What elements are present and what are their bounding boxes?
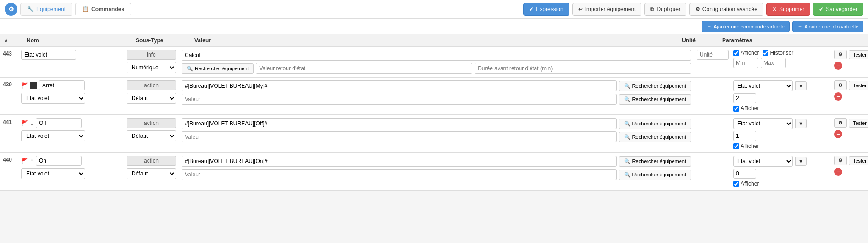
add-virtual-info-button[interactable]: ＋ Ajouter une info virtuelle [792,21,863,32]
expression-button[interactable]: ✔ Expression [523,3,569,16]
importer-button[interactable]: ↩ Importer équipement [572,3,642,16]
cmd-440-afficher-checkbox[interactable] [733,181,739,187]
sauvegarder-button[interactable]: ✔ Sauvegarder [813,3,863,16]
cmd-439-remove-btn[interactable]: − [834,92,842,101]
cmd-440-etatvolet-select-bottom[interactable]: Etat volet [21,168,85,179]
cmd-441-name-input[interactable] [36,118,82,128]
cmd-443-historiser-checkbox[interactable] [763,50,768,56]
cmd-443-value-top[interactable] [182,50,691,61]
cmd-443-retour-etat[interactable] [256,63,472,74]
supprimer-button[interactable]: ✕ Supprimer [766,3,810,16]
cmd-441-flag-icon: 🚩 [21,120,28,126]
cmd-439-search-equip-btn2[interactable]: 🔍 Rechercher équipement [619,94,691,105]
cmd-441-num-value[interactable] [733,131,756,141]
header-nom: Nom [27,37,132,44]
cmd-443-remove-btn[interactable]: − [834,62,842,70]
search-icon: 🔍 [187,66,193,72]
cmd-440-value-top[interactable] [182,156,617,167]
cmd-439-etat-select[interactable]: Etat volet [733,80,793,91]
cmd-440-search-equip-btn2[interactable]: 🔍 Rechercher équipement [619,170,691,180]
header-valeur: Valeur [194,37,678,44]
cmd-441-tester-btn[interactable]: Tester [849,119,868,128]
cmd-439-etat-dropdown-arrow[interactable]: ▼ [795,81,807,90]
cmd-441-remove-btn[interactable]: − [834,130,842,138]
delete-icon: ✕ [772,6,777,12]
cmd-441-search-equip-btn1[interactable]: 🔍 Rechercher équipement [619,119,691,129]
cmd-440-flag-icon: 🚩 [21,158,28,164]
second-bar: ＋ Ajouter une commande virtuelle ＋ Ajout… [0,19,868,34]
cmd-439-id: 439 [3,81,12,88]
cmd-440-remove-btn[interactable]: − [834,168,842,176]
tab-commandes[interactable]: 📋 Commandes [75,3,131,16]
cmd-443-afficher-checkbox-wrap: Afficher [733,50,759,56]
cmd-439-subtype-select[interactable]: Défaut [127,93,176,104]
cmd-443-min-input[interactable] [733,58,758,68]
cmd-439-square-icon [30,82,37,89]
cmd-439-tester-btn[interactable]: Tester [849,81,868,90]
cmd-440-num-value[interactable] [733,169,756,179]
command-row-440: 440 🚩 ↑ Etat volet action Défaut [0,153,868,191]
cmd-443-afficher-checkbox[interactable] [733,50,739,56]
config-button[interactable]: ⚙ Configuration avancée [689,3,763,16]
cmd-439-name-input[interactable] [39,80,85,90]
cmd-439-afficher-wrap: Afficher [733,105,829,112]
cmd-441-settings-btn[interactable]: ⚙ [834,118,847,128]
cmd-440-settings-btn[interactable]: ⚙ [834,156,847,165]
cmd-441-subtype-badge: action [127,118,176,128]
cmd-441-etat-dropdown-arrow[interactable]: ▼ [795,119,807,128]
command-row-439: 439 🚩 Etat volet action Défaut [0,78,868,115]
cmd-443-settings-btn[interactable]: ⚙ [834,50,847,59]
cmd-441-search-equip-btn2[interactable]: 🔍 Rechercher équipement [619,132,691,142]
cmd-443-search-equip-btn[interactable]: 🔍 Rechercher équipement [182,63,254,74]
cmd-443-unit-input[interactable] [697,50,729,60]
cmd-440-value-bottom[interactable] [182,169,617,180]
cmd-439-value-top[interactable] [182,80,617,91]
cmd-440-etat-dropdown-arrow[interactable]: ▼ [795,157,807,166]
toolbar: ✔ Expression ↩ Importer équipement ⧉ Dup… [523,3,863,16]
cmd-440-etat-select[interactable]: Etat volet [733,156,793,167]
cmd-439-search-equip-btn1[interactable]: 🔍 Rechercher équipement [619,81,691,91]
search-icon4: 🔍 [624,121,630,127]
cmd-441-id: 441 [3,119,12,125]
cmd-441-afficher-checkbox[interactable] [733,143,739,149]
cmd-440-search-equip-btn1[interactable]: 🔍 Rechercher équipement [619,156,691,167]
cmd-439-afficher-checkbox[interactable] [733,106,739,112]
cmd-443-name-input[interactable] [21,50,76,60]
cmd-441-subtype-select[interactable]: Défaut [127,130,176,141]
search-icon6: 🔍 [624,158,630,164]
save-icon: ✔ [819,6,824,12]
cmd-443-max-input[interactable] [761,58,786,68]
tab-commandes-label: Commandes [91,6,124,12]
search-icon5: 🔍 [624,134,630,140]
cmd-441-etatvolet-select-bottom[interactable]: Etat volet [21,130,85,141]
dupliquer-button[interactable]: ⧉ Dupliquer [644,3,686,16]
cmd-439-num-value[interactable] [733,93,756,103]
search-icon3: 🔍 [624,96,630,102]
header-id: # [5,37,23,44]
equipment-icon: 🔧 [27,6,34,12]
add-virtual-command-button[interactable]: ＋ Ajouter une commande virtuelle [702,21,790,32]
cmd-439-etatvolet-select-bottom[interactable]: Etat volet [21,93,85,104]
plus-icon: ＋ [707,23,712,30]
cmd-443-tester-btn[interactable]: Tester [849,50,868,59]
cmd-439-value-bottom[interactable] [182,94,617,105]
cmd-443-subtype-select[interactable]: Numérique Binaire Autre [127,62,176,73]
table-header: # Nom Sous-Type Valeur Unité Paramètres [0,34,868,47]
header-unite: Unité [682,37,719,44]
cmd-440-tester-btn[interactable]: Tester [849,156,868,165]
cmd-443-duree-retour[interactable] [475,63,691,74]
gear-icon: ⚙ [695,6,700,12]
cmd-441-value-top[interactable] [182,118,617,129]
check-icon: ✔ [529,6,534,12]
tab-equipement-label: Equipement [36,6,66,12]
cmd-439-settings-btn[interactable]: ⚙ [834,80,847,90]
cmd-440-name-input[interactable] [36,156,82,166]
commands-icon: 📋 [82,6,89,12]
cmd-441-arrow-icon: ↓ [30,119,33,127]
cmd-441-value-bottom[interactable] [182,131,617,142]
cmd-441-etat-select[interactable]: Etat volet [733,118,793,129]
tab-equipement[interactable]: 🔧 Equipement [20,3,72,16]
search-icon2: 🔍 [624,83,630,89]
command-row-443: 443 info Numérique Binaire Autre 🔍 Reche… [0,47,868,78]
cmd-440-subtype-select[interactable]: Défaut [127,168,176,179]
